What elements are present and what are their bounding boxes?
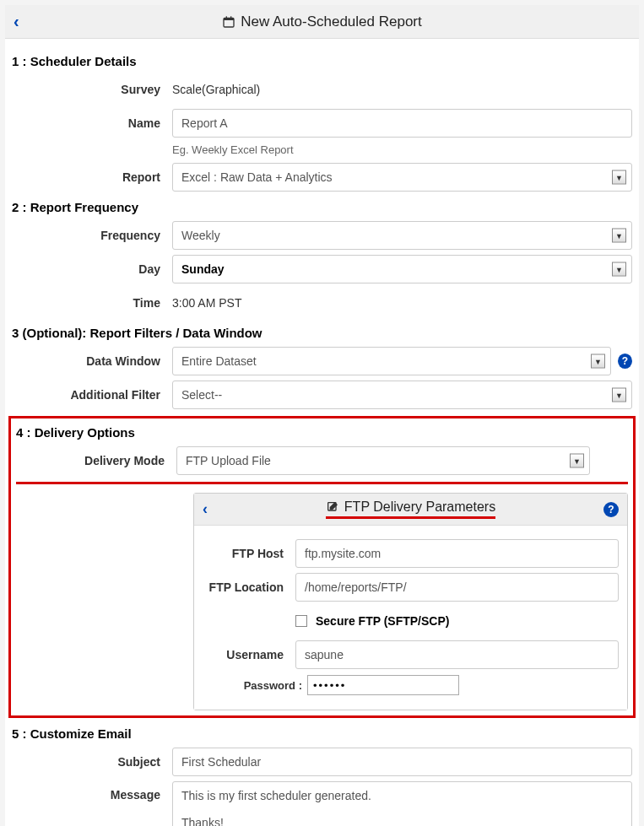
delivery-mode-label: Delivery Mode: [16, 454, 176, 467]
time-value: 3:00 AM PST: [172, 296, 632, 310]
name-input[interactable]: [172, 109, 632, 138]
report-label: Report: [12, 170, 172, 184]
svg-rect-0: [224, 18, 234, 27]
chevron-down-icon: ▼: [570, 454, 584, 468]
section-3-heading: 3 (Optional): Report Filters / Data Wind…: [12, 326, 632, 340]
frequency-select-value: Weekly: [181, 229, 220, 242]
additional-filter-select[interactable]: Select-- ▼: [172, 381, 632, 409]
delivery-options-highlight: 4 : Delivery Options Delivery Mode FTP U…: [8, 416, 636, 718]
day-label: Day: [12, 262, 172, 276]
chevron-down-icon: ▼: [591, 354, 605, 369]
svg-rect-2: [226, 16, 227, 19]
svg-rect-1: [224, 18, 234, 20]
edit-icon: [326, 500, 339, 514]
help-icon[interactable]: ?: [618, 354, 632, 369]
survey-value: Scale(Graphical): [172, 83, 632, 96]
chevron-down-icon: ▼: [612, 229, 626, 243]
back-button[interactable]: ‹: [14, 12, 19, 31]
ftp-host-input[interactable]: [295, 539, 619, 568]
username-input[interactable]: [295, 640, 619, 669]
section-1-heading: 1 : Scheduler Details: [12, 54, 632, 68]
time-label: Time: [12, 296, 172, 310]
ftp-host-label: FTP Host: [203, 547, 295, 560]
delivery-mode-select[interactable]: FTP Upload File ▼: [176, 446, 590, 475]
additional-filter-label: Additional Filter: [12, 388, 172, 402]
frequency-label: Frequency: [12, 229, 172, 242]
survey-label: Survey: [12, 83, 172, 96]
ftp-location-input[interactable]: [295, 573, 619, 602]
secure-ftp-checkbox[interactable]: [295, 615, 307, 627]
data-window-select-value: Entire Dataset: [181, 354, 257, 368]
day-select-value: Sunday: [181, 262, 225, 276]
ftp-panel-title: FTP Delivery Parameters: [194, 499, 627, 519]
chevron-down-icon: ▼: [612, 170, 626, 185]
page-header: ‹ New Auto-Scheduled Report: [5, 5, 639, 39]
section-5-heading: 5 : Customize Email: [12, 726, 632, 741]
page-title-text: New Auto-Scheduled Report: [241, 13, 422, 30]
frequency-select[interactable]: Weekly ▼: [172, 221, 632, 250]
section-4-heading: 4 : Delivery Options: [16, 425, 628, 440]
secure-ftp-label: Secure FTP (SFTP/SCP): [316, 614, 449, 628]
username-label: Username: [203, 648, 295, 661]
delivery-mode-select-value: FTP Upload File: [186, 454, 271, 467]
message-label: Message: [12, 781, 172, 802]
report-select[interactable]: Excel : Raw Data + Analytics ▼: [172, 163, 632, 192]
subject-label: Subject: [12, 755, 172, 769]
ftp-delivery-panel: ‹ FTP Delivery Parameters ? FTP Host FTP…: [193, 493, 628, 710]
message-textarea[interactable]: This is my first scheduler generated. Th…: [172, 781, 632, 826]
name-hint: Eg. Weekly Excel Report: [172, 143, 632, 156]
ftp-panel-header: ‹ FTP Delivery Parameters ?: [194, 494, 627, 526]
password-label: Password :: [203, 679, 307, 692]
ftp-location-label: FTP Location: [203, 580, 295, 594]
additional-filter-select-value: Select--: [181, 388, 222, 402]
data-window-label: Data Window: [12, 354, 172, 368]
chevron-down-icon: ▼: [612, 262, 626, 277]
day-select[interactable]: Sunday ▼: [172, 255, 632, 283]
name-label: Name: [12, 116, 172, 130]
subject-input[interactable]: [172, 748, 632, 776]
data-window-select[interactable]: Entire Dataset ▼: [172, 347, 611, 375]
section-2-heading: 2 : Report Frequency: [12, 200, 632, 214]
report-select-value: Excel : Raw Data + Analytics: [181, 170, 333, 184]
svg-rect-3: [230, 16, 231, 19]
svg-rect-4: [328, 503, 336, 510]
password-input[interactable]: [307, 675, 459, 695]
page-title: New Auto-Scheduled Report: [5, 13, 639, 30]
help-icon[interactable]: ?: [603, 502, 619, 517]
chevron-down-icon: ▼: [612, 388, 626, 402]
calendar-icon: [222, 15, 235, 29]
ftp-back-button[interactable]: ‹: [203, 500, 208, 518]
ftp-panel-title-text: FTP Delivery Parameters: [344, 499, 495, 515]
